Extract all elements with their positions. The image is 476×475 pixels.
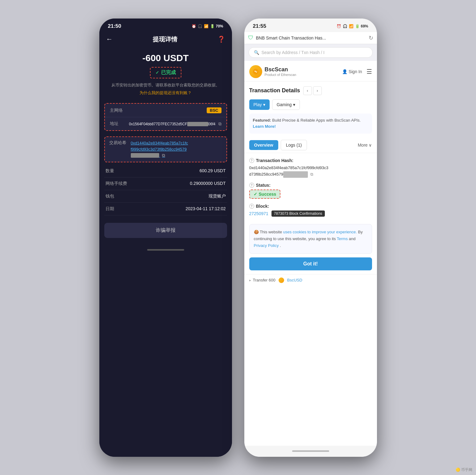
help-icon[interactable]: ❓ [217,35,225,43]
notice-text: 从币安转出的加密货币。请联系收款平台索取您的交易收据。 [106,82,226,89]
back-button[interactable]: ← [106,35,113,43]
other-details: 数量 600.29 USDT 网络手续费 0.29000000 USDT 钱包 … [104,165,227,215]
date-value: 2023-04-11 17:12:02 [186,206,226,212]
time-right: 21:55 [253,23,266,29]
status-bar-right: 21:55 ⏰ 🎧 📶 🔋 69% [244,19,377,32]
signal-icon: 📶 [204,24,209,28]
wallet-label: 钱包 [106,194,114,199]
search-icon: 🔍 [254,50,259,55]
network-section: 主网络 BSC 地址 0x1564F04bb877D7FEC7352d5CF██… [104,103,227,131]
search-input[interactable]: 🔍 Search by Address / Txn Hash / I [249,47,373,58]
right-phone: 21:55 ⏰ 🎧 📶 🔋 69% 🛡 BNB Smart Chain Tran… [244,19,377,457]
status-field: ? Status: ✓ Success [249,183,372,199]
play-button[interactable]: Play ▾ [249,99,270,110]
terms-link[interactable]: Terms [337,236,348,241]
address-label: 地址 [110,121,118,127]
block-number[interactable]: 27250971 [249,211,268,216]
shield-icon: 🛡 [248,35,254,41]
bscscan-name: BscScan [265,66,296,73]
hash-row: 交易哈希 0xd1440a2e834f4eab785a7c1fcf999cfd9… [105,137,226,162]
transfer-row: ▸ Transfer 600 BscUSD [244,274,377,286]
prev-button[interactable]: ‹ [303,86,312,95]
status-icons-left: ⏰ 🎧 📶 🔋 70% [192,24,223,28]
got-it-button[interactable]: Got it! [249,257,372,270]
home-bar [147,249,184,251]
fee-row: 网络手续费 0.29000000 USDT [104,177,227,190]
date-label: 日期 [106,206,114,212]
overview-tab[interactable]: Overview [249,140,278,150]
copy-hash-icon[interactable]: ⧉ [162,153,165,158]
left-phone: 21:50 ⏰ 🎧 📶 🔋 70% ← 提现详情 ❓ -600 USDT ✓ 已… [99,19,232,457]
browser-bar: 🛡 BNB Smart Chain Transaction Has... ↻ [244,32,377,44]
cookie-text-prefix: 🍪 This website [254,230,283,234]
question-icon-status: ? [249,183,254,188]
bscscan-content: BscScan Product of Etherscan 👤 Sign In ☰… [244,61,377,446]
signin-link[interactable]: 👤 Sign In [342,69,362,74]
featured-text: Featured: Build Precise & Reliable Apps … [253,118,361,123]
gaming-label: Gaming ▾ [277,102,295,107]
cookie-and: and [349,236,356,241]
privacy-link[interactable]: Privacy Policy [254,243,279,248]
refresh-icon[interactable]: ↻ [369,35,373,41]
transfer-text: Transfer 600 [253,278,275,282]
cookie-notice: 🍪 This website uses cookies to improve y… [249,224,372,254]
alarm-icon: ⏰ [192,24,196,28]
block-row: 27250971 7873073 Block Confirmations [249,210,372,217]
bluetooth-icon-r: 🎧 [343,24,347,28]
question-icon-block: ? [249,204,254,209]
block-field: ? Block: 27250971 7873073 Block Confirma… [249,204,372,217]
report-button[interactable]: 诈骗举报 [104,223,227,238]
network-label: 主网络 [110,108,123,113]
status-bar-left: 21:50 ⏰ 🎧 📶 🔋 70% [99,19,232,32]
status-icons-right: ⏰ 🎧 📶 🔋 69% [337,24,368,28]
bscscan-logo-text: BscScan Product of Etherscan [265,66,296,77]
battery-icon-r: 🔋 69% [355,24,368,28]
home-bar-right [292,450,329,452]
date-row: 日期 2023-04-11 17:12:02 [104,203,227,215]
hash-value[interactable]: 0xd1440a2e834f4eab785a7c1fcf999cfd93c3d7… [131,140,188,159]
search-bar: 🔍 Search by Address / Txn Hash / I [244,44,377,61]
bscscan-actions: 👤 Sign In ☰ [342,68,372,75]
alarm-icon-r: ⏰ [337,24,341,28]
more-dropdown[interactable]: More ∨ [358,143,372,148]
cookie-link1[interactable]: uses cookies to improve your experience. [283,230,357,234]
why-link[interactable]: 为什么我的提现还没有到账？ [106,90,226,96]
watermark: 🟡 币乎网 [456,467,472,473]
signin-label: Sign In [349,69,362,74]
action-buttons-row: Play ▾ Gaming ▾ [244,98,377,114]
menu-icon[interactable]: ☰ [366,68,372,75]
amount-display: -600 USDT [106,53,226,63]
featured-box: Featured: Build Precise & Reliable Apps … [249,114,372,134]
wallet-value: 现货账户 [209,194,226,199]
cookie-end: . [280,243,281,248]
amount-section: -600 USDT ✓ 已完成 从币安转出的加密货币。请联系收款平台索取您的交易… [99,47,232,99]
bsc-badge: BSC [207,107,221,113]
app-header: ← 提现详情 ❓ [99,32,232,47]
play-label: Play ▾ [254,102,265,107]
bscusd-link[interactable]: BscUSD [287,278,302,282]
gaming-button[interactable]: Gaming ▾ [272,99,300,110]
tx-heading: Transaction Details [249,87,300,94]
tx-hash-value: 0xd1440a2e834f4eab785a7c1fcf999cfd93c3d7… [249,165,372,178]
copy-address-icon[interactable]: ⧉ [218,121,221,126]
browser-url[interactable]: BNB Smart Chain Transaction Has... [256,35,366,40]
next-button[interactable]: › [313,86,322,95]
copy-hash-btn[interactable]: ⧉ [310,172,313,177]
status-row: ✓ Success [249,190,372,199]
nav-buttons: ‹ › [303,86,322,95]
block-label: ? Block: [249,204,372,209]
learn-more-link[interactable]: Learn More! [253,124,276,129]
wallet-row: 钱包 现货账户 [104,190,227,203]
fee-label: 网络手续费 [106,181,127,186]
completion-badge: ✓ 已完成 [150,67,181,78]
user-icon: 👤 [342,69,347,74]
check-icon-green: ✓ [254,192,257,197]
confirmations-badge: 7873073 Block Confirmations [271,210,325,217]
page-title: 提现详情 [153,35,177,44]
battery-icon: 🔋 70% [210,24,223,28]
check-icon: ✓ [155,70,159,75]
bscscan-header: BscScan Product of Etherscan 👤 Sign In ☰ [244,61,377,81]
tx-heading-row: Transaction Details ‹ › [244,81,377,98]
logs-tab[interactable]: Logs (1) [281,140,307,150]
tx-info: ? Transaction Hash: 0xd1440a2e834f4eab78… [244,153,377,224]
